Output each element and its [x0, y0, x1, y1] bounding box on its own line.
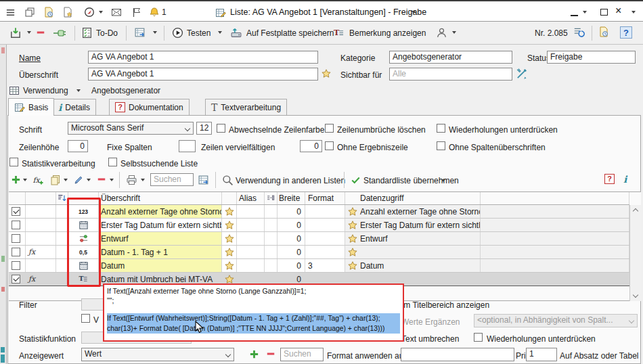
schrift-size-field[interactable]: 12: [196, 122, 212, 135]
row-checkbox[interactable]: [12, 261, 20, 270]
table-scrollbar[interactable]: [629, 205, 641, 301]
tab-basis[interactable]: Basis: [8, 98, 54, 116]
star-icon[interactable]: [224, 233, 235, 244]
play-icon[interactable]: [172, 27, 183, 39]
pencil-icon[interactable]: [73, 175, 84, 185]
ueberschrift-field[interactable]: AG VA Angebot 1: [88, 68, 318, 81]
alias-cell[interactable]: [237, 259, 265, 272]
plus-icon[interactable]: [249, 349, 259, 359]
star-icon[interactable]: [347, 247, 358, 258]
minimize-button[interactable]: [571, 15, 578, 16]
refresh-list-icon[interactable]: [573, 26, 585, 39]
testen-dropdown-caret[interactable]: [218, 31, 222, 34]
copy-icon[interactable]: [50, 175, 61, 185]
info-icon[interactable]: i: [623, 175, 627, 184]
doc-clock-icon[interactable]: [598, 26, 609, 37]
text-lines-icon[interactable]: T: [333, 28, 345, 38]
minus-icon[interactable]: [96, 175, 107, 184]
title-dropdown-caret[interactable]: [412, 11, 416, 14]
question-red-icon[interactable]: ?: [604, 174, 615, 184]
todo-button[interactable]: To-Do: [96, 28, 118, 38]
abwechselnde-checkbox[interactable]: [217, 124, 225, 133]
star-icon[interactable]: [347, 233, 358, 244]
compass-dropdown-caret[interactable]: [99, 11, 103, 14]
windows-icon[interactable]: [24, 7, 35, 18]
import-dropdown-caret[interactable]: [27, 31, 31, 34]
sort-icon[interactable]: [57, 194, 67, 203]
drive-icon[interactable]: [230, 27, 242, 39]
text-umbrechen-label[interactable]: Text umbrechen: [401, 334, 459, 344]
magnifier-icon[interactable]: [222, 175, 234, 186]
save-disk-button[interactable]: Auf Festplatte speichern: [246, 28, 334, 38]
name-field[interactable]: AG VA Angebot 1: [88, 51, 318, 64]
row-checkbox[interactable]: [12, 275, 20, 283]
fixe-spalten-field[interactable]: [179, 140, 196, 152]
row-checkbox[interactable]: [12, 234, 20, 243]
standardliste-dropdown-caret[interactable]: [441, 179, 445, 182]
table-row[interactable]: 123Anzahl externer Tage ohne Storno0Anza…: [9, 205, 629, 219]
star-icon[interactable]: [224, 260, 235, 271]
copy-dropdown-caret[interactable]: [64, 179, 68, 181]
hamburger-icon[interactable]: [5, 7, 16, 18]
verwendung-listen-button[interactable]: Verwendung in anderen Listen: [236, 176, 345, 185]
bell-icon[interactable]: [149, 7, 160, 18]
prio-field[interactable]: 1: [526, 348, 557, 361]
mail-icon[interactable]: [111, 7, 122, 18]
column-search-input[interactable]: Suchen: [150, 173, 194, 186]
abwechselnde-label[interactable]: Abwechselnde Zeilenfarbe: [229, 125, 324, 135]
zeilen-verv-field[interactable]: 0: [300, 140, 322, 152]
wiederholungen2-label[interactable]: Wiederholungen unterdrücken: [487, 334, 596, 344]
star-icon[interactable]: [224, 247, 235, 258]
list-arrow-icon[interactable]: [134, 27, 146, 39]
werte-ergaenzen-select[interactable]: <optional, in Abhängigkeit von Spalt...: [474, 314, 638, 327]
table-row[interactable]: ƒx0,5Datum - 1. Tag + 10: [9, 246, 629, 259]
header-ueberschrift[interactable]: Überschrift: [99, 192, 222, 204]
ohne-spalten-label[interactable]: Ohne Spaltenüberschriften: [449, 143, 546, 152]
star-icon[interactable]: [347, 220, 358, 231]
alias-cell[interactable]: [237, 232, 265, 245]
print-dropdown-caret[interactable]: [141, 179, 145, 181]
star-icon[interactable]: [321, 68, 332, 79]
fx-plus-icon[interactable]: fx: [32, 175, 44, 185]
star-icon[interactable]: [224, 206, 235, 217]
todo-icon[interactable]: [81, 27, 93, 39]
import-icon[interactable]: [9, 27, 22, 39]
wiederholungen2-checkbox[interactable]: [474, 333, 483, 342]
verwendung-label[interactable]: Verwendung: [23, 86, 68, 95]
selbstsuchende-label[interactable]: Selbstsuchende Liste: [120, 159, 198, 168]
tab-details[interactable]: i Details: [52, 99, 96, 115]
close-dropdown-caret[interactable]: [631, 11, 636, 14]
header-alias[interactable]: Alias: [237, 192, 265, 204]
list-dropdown-caret[interactable]: [153, 31, 157, 34]
titelbereich-label[interactable]: Im Titelbereich anzeigen: [401, 300, 489, 310]
maximize-button[interactable]: [600, 9, 608, 16]
edit-dropdown-caret[interactable]: [87, 179, 91, 181]
header-breite[interactable]: Breite: [278, 192, 305, 204]
tools-icon[interactable]: [516, 68, 528, 80]
ohne-spalten-checkbox[interactable]: [437, 141, 445, 150]
zeilenumbrueche-checkbox[interactable]: [325, 124, 334, 133]
table-row[interactable]: Datum03Datum: [9, 259, 629, 273]
ohne-ergebniszeile-checkbox[interactable]: [325, 141, 334, 150]
statistikverarbeitung-checkbox[interactable]: [9, 158, 18, 166]
delete-dropdown-caret[interactable]: [110, 179, 114, 181]
format-anwenden-field[interactable]: [401, 348, 514, 361]
alias-cell[interactable]: [237, 219, 265, 231]
wiederholungen-label[interactable]: Wiederholungen unterdrücken: [449, 125, 558, 135]
row-checkbox[interactable]: [12, 248, 20, 256]
doc-star-icon[interactable]: [62, 7, 73, 18]
zeilenumbrueche-label[interactable]: Zeilenumbrüche löschen: [337, 125, 426, 135]
plus-icon[interactable]: [11, 175, 21, 185]
star-icon[interactable]: [347, 260, 358, 271]
testen-button[interactable]: Testen: [187, 28, 210, 38]
star-icon[interactable]: [224, 220, 235, 231]
scroll-down-icon[interactable]: [630, 291, 641, 301]
selbstsuchende-checkbox[interactable]: [108, 158, 117, 166]
alias-cell[interactable]: [237, 205, 265, 218]
alias-cell[interactable]: [237, 246, 265, 258]
table-row[interactable]: Entwurf0Entwurf: [9, 232, 629, 246]
tab-dokumentation[interactable]: ? Dokumentation: [109, 99, 190, 115]
statistikverarbeitung-label[interactable]: Statistikverarbeitung: [22, 159, 95, 168]
add-dropdown-caret[interactable]: [23, 179, 27, 181]
flag-icon[interactable]: [131, 7, 142, 18]
